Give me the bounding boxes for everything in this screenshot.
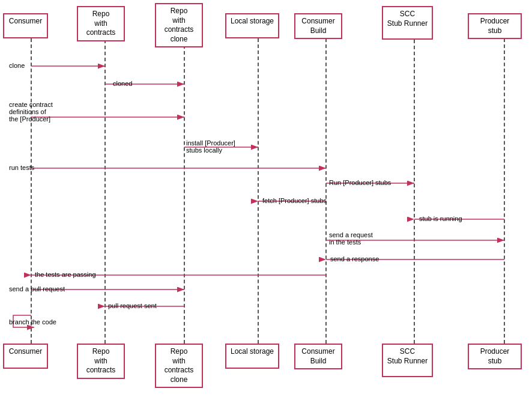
lifeline-consumer [31, 38, 32, 344]
actor-producer_stub-top: Producer stub [468, 13, 522, 39]
actor-local_storage-bottom: Local storage [225, 344, 279, 369]
lifeline-local_storage [258, 38, 259, 344]
arrow-label-2: create contractdefinitions ofthe [Produc… [9, 101, 53, 123]
arrow-label-8: send a requestin the tests [329, 231, 373, 246]
actor-consumer-top: Consumer [3, 13, 48, 38]
actor-repo_clone-top: Repowithcontractsclone [155, 3, 203, 47]
actor-consumer-bottom: Consumer [3, 344, 48, 369]
actor-consumer_build-top: ConsumerBuild [294, 13, 342, 39]
lifeline-producer_stub [504, 38, 505, 344]
arrow-label-13: branch the code [9, 318, 56, 326]
lifeline-consumer_build [325, 38, 327, 344]
actor-repo_contracts-bottom: Repowithcontracts [77, 344, 125, 379]
actor-producer_stub-bottom: Producer stub [468, 344, 522, 369]
arrow-label-11: send a pull request [9, 285, 65, 292]
arrow-label-10: the tests are passing [35, 271, 96, 278]
arrow-label-7: stub is running [419, 215, 462, 222]
lifeline-repo_contracts [104, 40, 106, 344]
actor-local_storage-top: Local storage [225, 13, 279, 38]
arrow-label-6: fetch [Producer] stubs [262, 197, 327, 204]
actor-repo_contracts-top: Repowithcontracts [77, 6, 125, 41]
arrow-label-0: clone [9, 62, 25, 69]
actor-scc_stub-top: SCCStub Runner [382, 6, 433, 40]
sequence-diagram: ConsumerRepowithcontractsRepowithcontrac… [0, 0, 532, 406]
arrow-label-9: send a response [330, 255, 379, 262]
arrow-label-4: run tests [9, 164, 34, 171]
lifeline-scc_stub [414, 40, 415, 344]
arrow-label-5: Run [Producer] stubs [329, 179, 391, 186]
actor-repo_clone-bottom: Repowithcontractsclone [155, 344, 203, 388]
actor-consumer_build-bottom: ConsumerBuild [294, 344, 342, 369]
lifeline-repo_clone [184, 45, 185, 344]
arrow-label-12: pull request sent [108, 302, 157, 309]
arrow-label-3: install [Producer]stubs locally [186, 139, 235, 154]
arrow-label-1: cloned [113, 80, 132, 87]
actor-scc_stub-bottom: SCCStub Runner [382, 344, 433, 377]
